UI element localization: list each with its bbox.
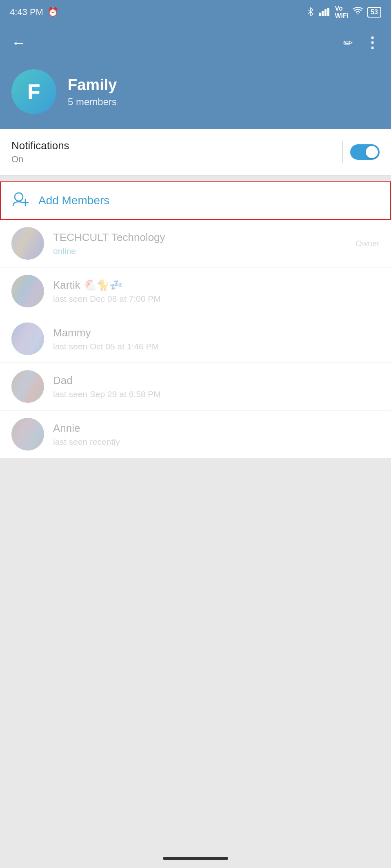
member-info: Dad last seen Sep 29 at 6:58 PM (53, 374, 380, 399)
notifications-right (342, 141, 380, 163)
list-item[interactable]: Kartik 🐔🐈💤 last seen Dec 08 at 7:00 PM (0, 267, 391, 315)
member-name: Annie (53, 422, 380, 435)
back-button[interactable]: ← (11, 35, 26, 50)
member-status: last seen Dec 08 at 7:00 PM (53, 294, 380, 304)
member-name: Mammy (53, 327, 380, 339)
list-item[interactable]: Annie last seen recently (0, 411, 391, 458)
group-text: Family 5 members (68, 76, 117, 108)
divider (342, 141, 343, 163)
avatar (11, 322, 44, 355)
alarm-icon: ⏰ (47, 7, 58, 18)
toolbar-left: ← (11, 35, 26, 50)
avatar (11, 227, 44, 260)
group-name: Family (68, 76, 117, 94)
svg-rect-3 (327, 8, 329, 16)
member-status: online (53, 246, 380, 256)
notifications-text: Notifications On (11, 139, 69, 165)
signal-icon (319, 7, 331, 18)
vowifi-label: VoWiFi (335, 5, 349, 20)
member-info: Annie last seen recently (53, 422, 380, 447)
bluetooth-icon (307, 7, 315, 18)
toggle-knob (366, 146, 378, 158)
group-info: F Family 5 members (0, 61, 391, 129)
time-label: 4:43 PM (10, 7, 43, 18)
member-info: Mammy last seen Oct 05 at 1:46 PM (53, 327, 380, 351)
member-status: last seen recently (53, 437, 380, 447)
member-info: TECHCULT Technology online (53, 231, 380, 256)
wifi-icon (353, 7, 363, 18)
more-options-icon[interactable]: ⋮ (365, 34, 380, 51)
battery-indicator: 53 (367, 7, 381, 18)
notifications-status: On (11, 154, 69, 165)
members-list: TECHCULT Technology online Owner Kartik … (0, 220, 391, 458)
group-members-count: 5 members (68, 96, 117, 108)
member-status: last seen Sep 29 at 6:58 PM (53, 389, 380, 399)
svg-rect-1 (322, 11, 324, 16)
section-separator (0, 176, 391, 181)
toolbar: ← ✏ ⋮ (0, 24, 391, 61)
svg-rect-0 (319, 13, 321, 16)
bottom-area (0, 458, 391, 735)
avatar (11, 418, 44, 451)
svg-point-4 (15, 193, 23, 201)
home-indicator (163, 857, 228, 860)
status-time: 4:43 PM ⏰ (10, 7, 58, 18)
member-status: last seen Oct 05 at 1:46 PM (53, 342, 380, 351)
list-item[interactable]: TECHCULT Technology online Owner (0, 220, 391, 267)
add-members-row[interactable]: Add Members (0, 181, 391, 220)
member-name: Dad (53, 374, 380, 387)
avatar (11, 275, 44, 307)
add-members-label: Add Members (38, 194, 109, 207)
status-icons: VoWiFi 53 (307, 5, 381, 20)
notifications-toggle[interactable] (350, 144, 380, 160)
member-role-badge: Owner (355, 239, 380, 248)
avatar-letter: F (27, 80, 40, 104)
list-item[interactable]: Mammy last seen Oct 05 at 1:46 PM (0, 315, 391, 363)
member-info: Kartik 🐔🐈💤 last seen Dec 08 at 7:00 PM (53, 279, 380, 304)
svg-rect-2 (324, 9, 327, 16)
add-member-icon (12, 192, 29, 209)
notifications-section: Notifications On (0, 129, 391, 176)
list-item[interactable]: Dad last seen Sep 29 at 6:58 PM (0, 363, 391, 411)
edit-icon[interactable]: ✏ (343, 36, 353, 50)
notifications-label: Notifications (11, 139, 69, 152)
member-name: Kartik 🐔🐈💤 (53, 279, 380, 292)
group-avatar: F (11, 69, 56, 114)
status-bar: 4:43 PM ⏰ VoWiFi 53 (0, 0, 391, 24)
toolbar-right: ✏ ⋮ (343, 34, 380, 51)
avatar (11, 370, 44, 403)
member-name: TECHCULT Technology (53, 231, 380, 244)
